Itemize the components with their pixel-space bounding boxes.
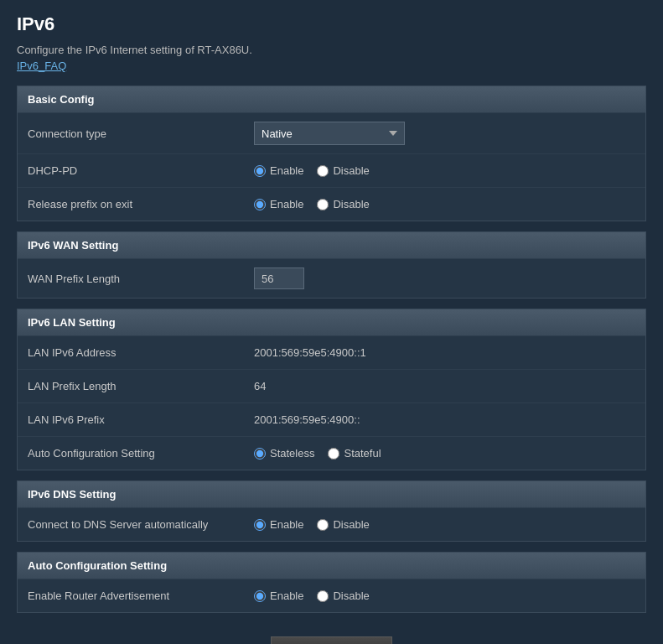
auto-config-stateful-text: Stateful <box>344 447 381 460</box>
dhcp-pd-disable-text: Disable <box>333 164 369 177</box>
auto-config-section-header: Auto Configuration Setting <box>18 553 645 579</box>
page-title: IPv6 <box>17 13 646 35</box>
connection-type-label: Connection type <box>28 127 254 140</box>
auto-config-section: Auto Configuration Setting Enable Router… <box>17 552 646 613</box>
router-advertisement-enable-radio[interactable] <box>254 590 266 602</box>
dhcp-pd-enable-text: Enable <box>270 164 303 177</box>
wan-prefix-length-value <box>254 267 635 289</box>
dhcp-pd-disable-radio[interactable] <box>317 165 329 177</box>
release-prefix-enable-label[interactable]: Enable <box>254 198 303 210</box>
lan-ipv6-address-label: LAN IPv6 Address <box>28 346 254 359</box>
faq-link[interactable]: IPv6_FAQ <box>17 60 66 72</box>
router-advertisement-disable-radio[interactable] <box>317 590 329 602</box>
release-prefix-radio-group: Enable Disable <box>254 198 370 210</box>
wan-setting-header: IPv6 WAN Setting <box>18 232 645 258</box>
router-advertisement-enable-label[interactable]: Enable <box>254 589 303 602</box>
lan-setting-header: IPv6 LAN Setting <box>18 309 645 335</box>
basic-config-header: Basic Config <box>18 86 645 112</box>
router-advertisement-disable-label[interactable]: Disable <box>317 589 369 602</box>
dhcp-pd-disable-label[interactable]: Disable <box>317 164 369 177</box>
dhcp-pd-row: DHCP-PD Enable Disable <box>18 153 645 187</box>
router-advertisement-value: Enable Disable <box>254 589 635 602</box>
wan-prefix-length-row: WAN Prefix Length <box>18 258 645 298</box>
release-prefix-enable-radio[interactable] <box>254 199 266 210</box>
auto-config-stateless-text: Stateless <box>270 447 314 460</box>
auto-config-stateful-label[interactable]: Stateful <box>328 447 381 460</box>
dns-auto-label: Connect to DNS Server automatically <box>28 518 254 531</box>
release-prefix-disable-radio[interactable] <box>317 199 329 210</box>
lan-ipv6-prefix-label: LAN IPv6 Prefix <box>28 413 254 426</box>
connection-type-select[interactable]: Native DHCPv6 SLAAC PPPoE 6in4 6to4 6rd … <box>254 122 405 145</box>
auto-config-setting-value: Stateless Stateful <box>254 447 635 460</box>
release-prefix-label: Release prefix on exit <box>28 198 254 210</box>
dhcp-pd-value: Enable Disable <box>254 164 635 177</box>
release-prefix-disable-label[interactable]: Disable <box>317 198 369 210</box>
router-advertisement-row: Enable Router Advertisement Enable Disab… <box>18 579 645 612</box>
dns-auto-row: Connect to DNS Server automatically Enab… <box>18 507 645 541</box>
lan-prefix-length-row: LAN Prefix Length 64 <box>18 369 645 402</box>
dns-setting-header: IPv6 DNS Setting <box>18 481 645 507</box>
lan-ipv6-prefix-row: LAN IPv6 Prefix 2001:569:59e5:4900:: <box>18 402 645 436</box>
router-advertisement-radio-group: Enable Disable <box>254 589 370 602</box>
dns-auto-enable-radio[interactable] <box>254 519 266 531</box>
auto-config-setting-row: Auto Configuration Setting Stateless Sta… <box>18 436 645 470</box>
wan-prefix-length-label: WAN Prefix Length <box>28 273 254 285</box>
release-prefix-value: Enable Disable <box>254 198 635 210</box>
dns-auto-enable-label[interactable]: Enable <box>254 518 303 531</box>
auto-config-stateless-label[interactable]: Stateless <box>254 447 314 460</box>
dhcp-pd-label: DHCP-PD <box>28 164 254 177</box>
dhcp-pd-enable-label[interactable]: Enable <box>254 164 303 177</box>
dhcp-pd-enable-radio[interactable] <box>254 165 266 177</box>
page-container: IPv6 Configure the IPv6 Internet setting… <box>0 0 663 644</box>
release-prefix-enable-text: Enable <box>270 198 303 210</box>
dns-auto-value: Enable Disable <box>254 518 635 531</box>
dns-setting-section: IPv6 DNS Setting Connect to DNS Server a… <box>17 480 646 542</box>
lan-ipv6-prefix-value: 2001:569:59e5:4900:: <box>254 413 635 426</box>
auto-config-radio-group: Stateless Stateful <box>254 447 381 460</box>
auto-config-stateful-radio[interactable] <box>328 448 339 460</box>
dns-auto-enable-text: Enable <box>270 518 303 531</box>
lan-ipv6-address-row: LAN IPv6 Address 2001:569:59e5:4900::1 <box>18 335 645 369</box>
wan-prefix-length-input[interactable] <box>254 267 304 289</box>
dns-auto-disable-radio[interactable] <box>317 519 329 531</box>
page-description: Configure the IPv6 Internet setting of R… <box>17 44 646 56</box>
dhcp-pd-radio-group: Enable Disable <box>254 164 370 177</box>
lan-setting-section: IPv6 LAN Setting LAN IPv6 Address 2001:5… <box>17 309 646 470</box>
router-advertisement-disable-text: Disable <box>333 589 369 602</box>
apply-button[interactable]: Apply <box>271 636 393 644</box>
wan-setting-section: IPv6 WAN Setting WAN Prefix Length <box>17 231 646 299</box>
content-area: IPv6 Configure the IPv6 Internet setting… <box>0 0 663 644</box>
lan-prefix-length-value: 64 <box>254 380 635 392</box>
dns-auto-radio-group: Enable Disable <box>254 518 370 531</box>
router-advertisement-enable-text: Enable <box>270 589 303 602</box>
apply-bar: Apply <box>17 623 646 644</box>
release-prefix-disable-text: Disable <box>333 198 369 210</box>
basic-config-section: Basic Config Connection type Native DHCP… <box>17 86 646 221</box>
dns-auto-disable-label[interactable]: Disable <box>317 518 369 531</box>
connection-type-row: Connection type Native DHCPv6 SLAAC PPPo… <box>18 112 645 153</box>
release-prefix-row: Release prefix on exit Enable Disable <box>18 187 645 221</box>
lan-prefix-length-label: LAN Prefix Length <box>28 380 254 392</box>
auto-config-setting-label: Auto Configuration Setting <box>28 447 254 460</box>
lan-ipv6-address-value: 2001:569:59e5:4900::1 <box>254 346 635 359</box>
auto-config-stateless-radio[interactable] <box>254 448 266 460</box>
connection-type-value: Native DHCPv6 SLAAC PPPoE 6in4 6to4 6rd … <box>254 122 635 145</box>
router-advertisement-label: Enable Router Advertisement <box>28 589 254 602</box>
dns-auto-disable-text: Disable <box>333 518 369 531</box>
